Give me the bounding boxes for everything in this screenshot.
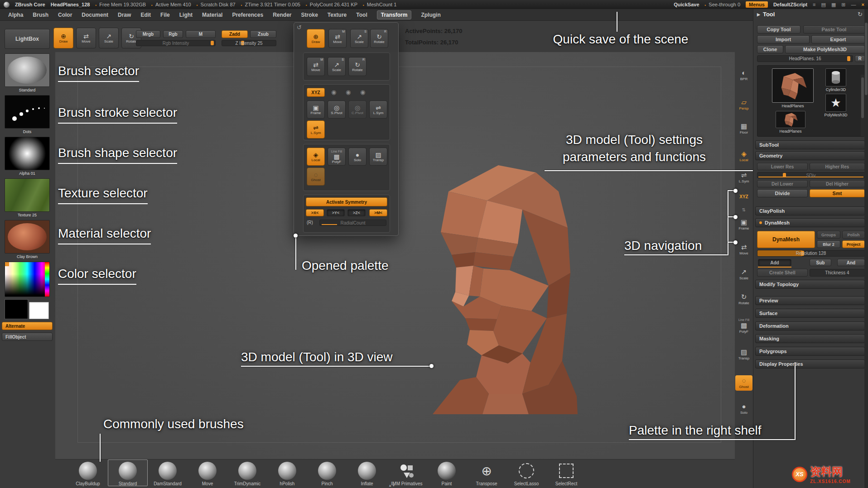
tray-brush-imm-primatives[interactable]: IMM Primatives [387,459,427,486]
radial-count-slider[interactable]: RadialCount [319,220,386,226]
menu-alpha[interactable]: Alpha [8,12,23,18]
scale-mode-button[interactable]: ↗Scale [99,28,119,48]
see-through-slider[interactable]: See-through 0 [705,2,741,7]
menu-render[interactable]: Render [273,12,291,18]
polyframe-button[interactable]: Line Fill▩PolyF [735,318,752,334]
section-modify-topology[interactable]: Modify Topology [755,280,865,289]
menu-stroke[interactable]: Stroke [301,12,318,18]
refresh-icon[interactable]: ↻ [858,11,863,18]
grid-icon[interactable]: ▤ [821,2,826,8]
menu-edit[interactable]: Edit [140,12,151,18]
quicksave-button[interactable]: QuickSave [674,2,699,7]
project-button[interactable]: Project [842,240,865,248]
section-claypolish[interactable]: ClayPolish [755,206,865,215]
palette-scale-button[interactable]: S↗Scale [350,29,368,48]
activate-symmetry-button[interactable]: Activate Symmetry [306,197,387,206]
tray-brush-hpolish[interactable]: hPolish [267,459,307,486]
higher-res-button[interactable]: Higher Res [810,163,865,170]
move-nav-button[interactable]: ⇄Move [735,244,752,255]
menu-light[interactable]: Light [179,12,193,18]
paste-tool-button[interactable]: Paste Tool [803,25,865,33]
tray-brush-damstandard[interactable]: DamStandard [148,459,188,486]
alpha-selector[interactable]: Alpha 01 [5,137,50,176]
tray-brush-standard[interactable]: Standard [108,459,148,486]
section-polygroups[interactable]: Polygroups [755,347,865,356]
color-picker[interactable] [5,262,50,297]
clone-button[interactable]: Clone [757,45,783,53]
material-selector[interactable]: Clay Brown [5,220,50,259]
polish-button[interactable]: Polish [842,231,865,239]
thumbs-scrollbar[interactable] [861,75,864,136]
move-mode-button[interactable]: ⇄Move [76,28,96,48]
palette-rotate2-button[interactable]: R↻Rotate [348,57,366,76]
axis-lock-z-icon[interactable]: ◉ [360,89,365,96]
tool-thumb-selected[interactable] [772,68,814,103]
tray-brush-trimdynamic[interactable]: TrimDynamic [227,459,267,486]
rgb-intensity-slider[interactable]: Rgb Intensity [136,40,216,46]
menu-transform[interactable]: Transform [377,10,412,19]
palette-local-button[interactable]: ◈Local [307,148,325,166]
section-geometry[interactable]: Geometry [755,151,865,160]
z-intensity-slider[interactable]: Z Intensity 25 [222,40,276,46]
smt-button[interactable]: Smt [810,189,865,197]
mrgb-button[interactable]: Mrgb [136,30,160,38]
del-higher-button[interactable]: Del Higher [810,180,865,187]
tray-brush-move[interactable]: Move [188,459,227,486]
palette-solo-button[interactable]: ●Solo [348,148,366,166]
lower-res-button[interactable]: Lower Res [757,163,808,170]
make-polymesh3d-button[interactable]: Make PolyMesh3D [785,45,865,53]
menu-material[interactable]: Material [202,12,222,18]
local-button[interactable]: ◈Local [735,150,752,162]
tool-thumb-star[interactable]: ★ [825,94,846,112]
menu-draw[interactable]: Draw [118,12,131,18]
section-preview[interactable]: Preview [755,296,865,305]
brush-selector[interactable]: Standard [5,53,50,92]
thickness-slider[interactable]: Thickness 4 [810,269,865,277]
panel-scrollbar[interactable] [864,9,868,488]
tray-brush-transpose[interactable]: ⊕Transpose [467,459,506,486]
symmetry-m-button[interactable]: >M< [369,209,387,216]
ghost-button[interactable]: ◌Ghost [735,375,752,391]
palette-xyz-button[interactable]: XYZ [307,88,325,97]
menu-document[interactable]: Document [82,12,108,18]
alternate-button[interactable]: Alternate [2,322,53,330]
palette-transp-button[interactable]: ▨Transp [369,148,387,166]
texture-selector[interactable]: Texture 25 [5,178,50,217]
rotate-nav-button[interactable]: ↻Rotate [735,293,752,305]
solo-button[interactable]: ●Solo [735,403,752,415]
restore-button[interactable]: R [855,55,865,62]
main-color-swatch[interactable] [5,299,28,319]
section-masking[interactable]: Masking [755,334,865,343]
stroke-selector[interactable]: Dots [5,95,50,134]
palette-polyframe-button[interactable]: Line Fill▩PolyF [328,148,346,166]
and-button[interactable]: And [837,259,865,266]
palette-ghost-button[interactable]: ◌Ghost [307,167,325,186]
tray-brush-paint[interactable]: Paint [427,459,467,486]
rgb-button[interactable]: Rgb [163,30,183,38]
section-deformation[interactable]: Deformation [755,321,865,330]
palette-scroll-icon[interactable]: ↺ [297,24,302,31]
dynamesh-button[interactable]: DynaMesh [757,231,815,248]
palette-spivot-button[interactable]: ◎S.Pivot [328,100,346,119]
dock-icon[interactable]: ⊞ [841,2,845,8]
fillobject-button[interactable]: FillObject [2,333,53,341]
palette-draw-button[interactable]: ⊕Draw [307,29,325,48]
zadd-button[interactable]: Zadd [222,30,248,38]
floor-button[interactable]: ▦Floor [735,123,752,134]
menu-preferences[interactable]: Preferences [232,12,263,18]
lightbox-button[interactable]: LightBox [5,29,50,49]
menus-button[interactable]: Menus [746,1,768,8]
menu-color[interactable]: Color [58,12,72,18]
hue-strip[interactable] [45,262,49,297]
layout-icon[interactable]: ▦ [831,2,836,8]
symmetry-x-button[interactable]: >X< [306,209,324,216]
color-selector[interactable] [5,262,50,297]
del-lower-button[interactable]: Del Lower [757,180,808,187]
transp-button[interactable]: ▨Transp [735,349,752,360]
tray-brush-pinch[interactable]: Pinch [307,459,347,486]
lsym-button[interactable]: ⇌L.Sym [735,172,752,183]
section-display-properties[interactable]: Display Properties [755,359,865,368]
tool-thumb-head2[interactable] [776,111,805,128]
draw-mode-button[interactable]: ⊕Draw [53,28,73,48]
sliders-icon[interactable]: ≡ [813,2,815,7]
